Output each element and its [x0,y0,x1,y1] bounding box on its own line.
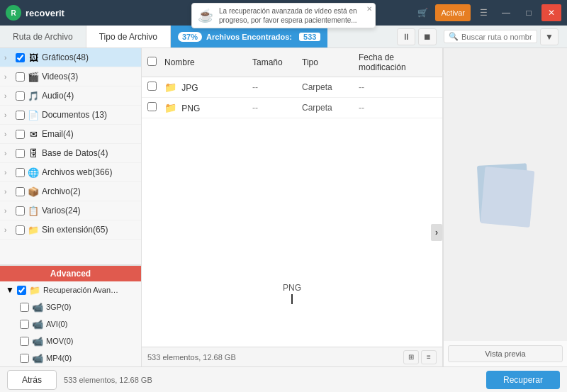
grid-view-button[interactable]: ⊞ [403,350,419,364]
col-date-header: Fecha de modificación [359,52,437,72]
sidebar-item-documentos[interactable]: › 📄 Documentos (13) [0,106,141,125]
sin-ext-label: Sin extensión(65) [42,225,135,235]
sidebar-item-videos[interactable]: › 🎬 Videos(3) [0,67,141,86]
documentos-icon: 📄 [28,109,39,121]
advanced-sub-mov[interactable]: 📹 MOV(0) [0,332,141,349]
expand-arrow-button[interactable]: › [431,224,442,241]
arrow-icon: › [4,73,13,81]
sin-ext-checkbox[interactable] [16,225,25,235]
sub-3gp-icon: 📹 [32,301,43,313]
arrow-icon: › [4,54,13,62]
database-checkbox[interactable] [16,149,25,158]
file-count-text: 533 elementos, 12.68 GB [147,353,236,362]
jpg-checkbox[interactable] [147,82,157,91]
pause-button[interactable]: ⏸ [397,28,415,45]
tab-file-path[interactable]: Ruta de Archivo [0,26,86,47]
arrow-icon: › [4,130,13,138]
row-name: 📁 JPG [164,82,252,93]
sidebar-item-sin-extension[interactable]: › 📁 Sin extensión(65) [0,220,141,240]
arrow-icon: › [4,111,13,119]
maximize-button[interactable]: □ [519,4,539,21]
app-name: recoverit [26,8,64,18]
tab-right-tools: ⏸ ⏹ 🔍 ▼ [397,26,567,47]
arrow-icon: › [4,226,13,234]
sub-3gp-checkbox[interactable] [20,303,29,312]
web-label: Archivos web(366) [42,167,135,177]
table-row[interactable]: 📁 PNG -- Carpeta -- [142,98,442,118]
file-area: Nombre Tamaño Tipo Fecha de modificación… [142,48,443,366]
search-icon: 🔍 [449,32,459,41]
web-checkbox[interactable] [16,168,25,177]
table-row[interactable]: 📁 JPG -- Carpeta -- [142,77,442,98]
advanced-main-checkbox[interactable] [17,286,26,295]
sidebar-item-email[interactable]: › ✉ Email(4) [0,125,141,144]
videos-checkbox[interactable] [16,72,25,82]
search-input[interactable] [461,33,532,41]
archivo-icon: 📦 [28,186,39,197]
sub-3gp-label: 3GP(0) [46,303,71,311]
advanced-sub-avi[interactable]: 📹 AVI(0) [0,315,141,332]
graficos-checkbox[interactable] [16,53,25,62]
row-name: 📁 PNG [164,102,252,113]
advanced-header[interactable]: Advanced [0,266,141,281]
toast-notification: ☕ La recuperación avanzada de vídeo está… [191,3,376,28]
advanced-main-icon: 📁 [29,284,40,296]
png-floating-label: PNG [283,283,301,304]
tab-file-type[interactable]: Tipo de Archivo [86,26,171,47]
toast-close-button[interactable]: ✕ [366,5,372,13]
sub-avi-checkbox[interactable] [20,320,29,329]
back-button[interactable]: Atrás [7,370,57,390]
varios-checkbox[interactable] [16,206,25,215]
arrow-icon: ▼ [6,285,14,295]
audio-checkbox[interactable] [16,91,25,101]
png-type: Carpeta [302,103,359,113]
png-size: -- [252,103,302,113]
sidebar-item-graficos[interactable]: › 🖼 Gráficos(48) [0,48,141,67]
stop-button[interactable]: ⏹ [418,28,437,45]
close-button[interactable]: ✕ [541,4,561,21]
sub-mp4-icon: 📹 [32,352,43,364]
archivo-checkbox[interactable] [16,187,25,196]
main-layout: › 🖼 Gráficos(48) › 🎬 Videos(3) › 🎵 Audio… [0,48,567,366]
preview-placeholder [477,163,534,227]
sub-mp4-label: MP4(0) [46,354,72,362]
preview-button[interactable]: Vista previa [448,345,563,362]
email-icon: ✉ [28,128,39,140]
documentos-checkbox[interactable] [16,111,25,120]
png-label-text: PNG [283,283,301,293]
activate-button[interactable]: Activar [435,4,471,21]
sidebar-item-varios[interactable]: › 📋 Varios(24) [0,201,141,220]
archivo-label: Archivo(2) [42,186,135,196]
sub-mov-icon: 📹 [32,335,43,347]
col-type-header: Tipo [302,57,359,67]
sidebar-item-archivo[interactable]: › 📦 Archivo(2) [0,182,141,201]
jpg-name: JPG [181,83,198,93]
email-checkbox[interactable] [16,130,25,139]
menu-button[interactable]: ☰ [473,4,493,21]
select-all-checkbox[interactable] [147,57,157,66]
tab-bar: Ruta de Archivo Tipo de Archivo 37% Arch… [0,26,567,48]
sidebar-item-web[interactable]: › 🌐 Archivos web(366) [0,163,141,182]
png-checkbox[interactable] [147,102,157,111]
sub-mov-label: MOV(0) [46,337,74,345]
app-logo: R recoverit [6,5,64,21]
sub-mp4-checkbox[interactable] [20,354,29,363]
sub-mov-checkbox[interactable] [20,337,29,346]
advanced-main-label: Recuperación Avanzada de Víd [43,286,121,294]
jpg-type: Carpeta [302,82,359,92]
documentos-label: Documentos (13) [42,110,135,120]
cart-button[interactable]: 🛒 [412,4,432,21]
recover-button[interactable]: Recuperar [486,371,560,389]
sidebar-item-database[interactable]: › 🗄 Base de Datos(4) [0,144,141,163]
list-view-button[interactable]: ≡ [421,350,437,364]
advanced-main-item[interactable]: ▼ 📁 Recuperación Avanzada de Víd [0,281,141,298]
advanced-sub-mp4[interactable]: 📹 MP4(0) [0,349,141,366]
filter-button[interactable]: ▼ [540,28,558,45]
file-content-area: PNG › [142,118,442,347]
minimize-button[interactable]: — [496,4,516,21]
preview-panel: Vista previa [443,48,567,366]
videos-icon: 🎬 [28,71,39,82]
png-cursor [291,294,293,304]
advanced-sub-3gp[interactable]: 📹 3GP(0) [0,298,141,315]
sidebar-item-audio[interactable]: › 🎵 Audio(4) [0,86,141,106]
